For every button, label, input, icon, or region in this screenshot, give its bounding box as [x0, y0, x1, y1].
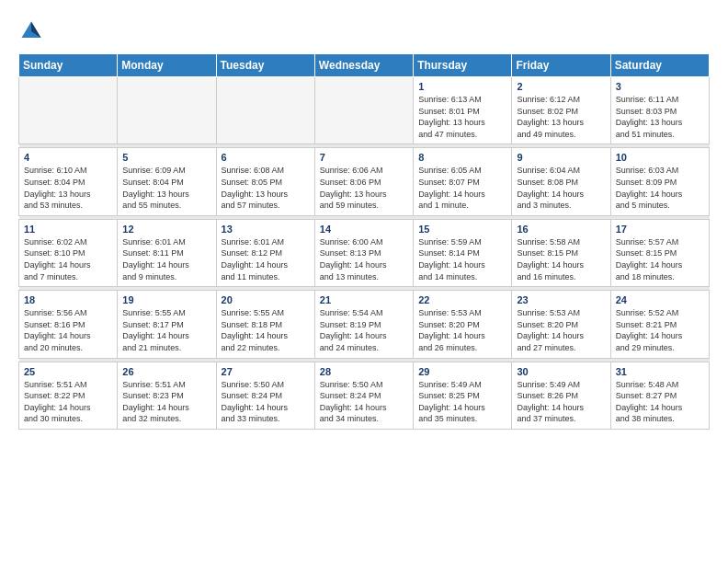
calendar-cell: 28Sunrise: 5:50 AM Sunset: 8:24 PM Dayli…	[314, 362, 413, 429]
calendar-week-row: 1Sunrise: 6:13 AM Sunset: 8:01 PM Daylig…	[19, 77, 710, 144]
day-info: Sunrise: 6:01 AM Sunset: 8:12 PM Dayligh…	[222, 236, 310, 282]
day-info: Sunrise: 6:01 AM Sunset: 8:11 PM Dayligh…	[122, 236, 210, 282]
day-info: Sunrise: 6:09 AM Sunset: 8:04 PM Dayligh…	[122, 165, 210, 211]
weekday-header: Thursday	[414, 54, 512, 77]
day-info: Sunrise: 5:49 AM Sunset: 8:26 PM Dayligh…	[517, 379, 605, 425]
weekday-header: Wednesday	[314, 54, 413, 77]
day-info: Sunrise: 5:49 AM Sunset: 8:25 PM Dayligh…	[418, 379, 506, 425]
calendar-cell: 19Sunrise: 5:55 AM Sunset: 8:17 PM Dayli…	[118, 291, 216, 358]
day-info: Sunrise: 6:06 AM Sunset: 8:06 PM Dayligh…	[320, 165, 408, 211]
calendar-cell: 8Sunrise: 6:05 AM Sunset: 8:07 PM Daylig…	[414, 148, 512, 215]
day-info: Sunrise: 5:50 AM Sunset: 8:24 PM Dayligh…	[320, 379, 408, 425]
day-info: Sunrise: 5:50 AM Sunset: 8:24 PM Dayligh…	[222, 379, 310, 425]
calendar-week-row: 18Sunrise: 5:56 AM Sunset: 8:16 PM Dayli…	[19, 291, 710, 358]
day-info: Sunrise: 5:59 AM Sunset: 8:14 PM Dayligh…	[418, 236, 506, 282]
day-number: 19	[122, 294, 210, 305]
day-info: Sunrise: 6:00 AM Sunset: 8:13 PM Dayligh…	[320, 236, 408, 282]
day-number: 25	[24, 366, 112, 377]
calendar-cell: 22Sunrise: 5:53 AM Sunset: 8:20 PM Dayli…	[414, 291, 512, 358]
calendar-cell: 31Sunrise: 5:48 AM Sunset: 8:27 PM Dayli…	[610, 362, 709, 429]
day-info: Sunrise: 5:58 AM Sunset: 8:15 PM Dayligh…	[517, 236, 605, 282]
day-number: 26	[122, 366, 210, 377]
calendar-week-row: 25Sunrise: 5:51 AM Sunset: 8:22 PM Dayli…	[19, 362, 710, 429]
header	[18, 18, 710, 44]
day-info: Sunrise: 5:53 AM Sunset: 8:20 PM Dayligh…	[517, 307, 605, 353]
calendar-cell: 18Sunrise: 5:56 AM Sunset: 8:16 PM Dayli…	[19, 291, 118, 358]
day-number: 24	[616, 294, 704, 305]
calendar-cell	[19, 77, 118, 144]
day-number: 15	[418, 224, 506, 235]
weekday-header: Saturday	[610, 54, 709, 77]
calendar-cell: 20Sunrise: 5:55 AM Sunset: 8:18 PM Dayli…	[216, 291, 314, 358]
day-number: 27	[222, 366, 310, 377]
calendar-cell	[118, 77, 216, 144]
day-info: Sunrise: 6:03 AM Sunset: 8:09 PM Dayligh…	[616, 165, 704, 211]
day-number: 29	[418, 366, 506, 377]
day-info: Sunrise: 6:11 AM Sunset: 8:03 PM Dayligh…	[616, 94, 704, 140]
calendar-cell: 10Sunrise: 6:03 AM Sunset: 8:09 PM Dayli…	[610, 148, 709, 215]
day-number: 18	[24, 294, 112, 305]
calendar: SundayMondayTuesdayWednesdayThursdayFrid…	[18, 53, 710, 430]
day-number: 13	[222, 224, 310, 235]
day-number: 22	[418, 294, 506, 305]
calendar-cell	[314, 77, 413, 144]
day-info: Sunrise: 5:55 AM Sunset: 8:18 PM Dayligh…	[222, 307, 310, 353]
day-info: Sunrise: 5:55 AM Sunset: 8:17 PM Dayligh…	[122, 307, 210, 353]
day-number: 12	[122, 224, 210, 235]
calendar-cell: 11Sunrise: 6:02 AM Sunset: 8:10 PM Dayli…	[19, 219, 118, 286]
day-number: 9	[517, 152, 605, 163]
day-number: 3	[616, 81, 704, 92]
calendar-cell: 24Sunrise: 5:52 AM Sunset: 8:21 PM Dayli…	[610, 291, 709, 358]
weekday-header: Friday	[512, 54, 610, 77]
day-number: 11	[24, 224, 112, 235]
weekday-header: Sunday	[19, 54, 118, 77]
calendar-cell: 12Sunrise: 6:01 AM Sunset: 8:11 PM Dayli…	[118, 219, 216, 286]
calendar-cell: 2Sunrise: 6:12 AM Sunset: 8:02 PM Daylig…	[512, 77, 610, 144]
day-number: 7	[320, 152, 408, 163]
day-info: Sunrise: 5:52 AM Sunset: 8:21 PM Dayligh…	[616, 307, 704, 353]
day-number: 6	[222, 152, 310, 163]
page: SundayMondayTuesdayWednesdayThursdayFrid…	[0, 0, 728, 563]
day-number: 5	[122, 152, 210, 163]
calendar-cell: 25Sunrise: 5:51 AM Sunset: 8:22 PM Dayli…	[19, 362, 118, 429]
calendar-cell: 15Sunrise: 5:59 AM Sunset: 8:14 PM Dayli…	[414, 219, 512, 286]
calendar-cell: 29Sunrise: 5:49 AM Sunset: 8:25 PM Dayli…	[414, 362, 512, 429]
day-number: 4	[24, 152, 112, 163]
calendar-cell: 5Sunrise: 6:09 AM Sunset: 8:04 PM Daylig…	[118, 148, 216, 215]
day-number: 30	[517, 366, 605, 377]
calendar-cell: 23Sunrise: 5:53 AM Sunset: 8:20 PM Dayli…	[512, 291, 610, 358]
day-number: 2	[517, 81, 605, 92]
day-info: Sunrise: 6:13 AM Sunset: 8:01 PM Dayligh…	[418, 94, 506, 140]
calendar-cell: 27Sunrise: 5:50 AM Sunset: 8:24 PM Dayli…	[216, 362, 314, 429]
calendar-cell: 3Sunrise: 6:11 AM Sunset: 8:03 PM Daylig…	[610, 77, 709, 144]
day-info: Sunrise: 5:56 AM Sunset: 8:16 PM Dayligh…	[24, 307, 112, 353]
day-number: 31	[616, 366, 704, 377]
day-info: Sunrise: 5:51 AM Sunset: 8:22 PM Dayligh…	[24, 379, 112, 425]
day-info: Sunrise: 5:48 AM Sunset: 8:27 PM Dayligh…	[616, 379, 704, 425]
day-number: 1	[418, 81, 506, 92]
calendar-cell: 17Sunrise: 5:57 AM Sunset: 8:15 PM Dayli…	[610, 219, 709, 286]
day-info: Sunrise: 6:08 AM Sunset: 8:05 PM Dayligh…	[222, 165, 310, 211]
day-info: Sunrise: 6:02 AM Sunset: 8:10 PM Dayligh…	[24, 236, 112, 282]
day-info: Sunrise: 6:10 AM Sunset: 8:04 PM Dayligh…	[24, 165, 112, 211]
logo-icon	[18, 18, 44, 44]
calendar-cell: 1Sunrise: 6:13 AM Sunset: 8:01 PM Daylig…	[414, 77, 512, 144]
calendar-cell: 9Sunrise: 6:04 AM Sunset: 8:08 PM Daylig…	[512, 148, 610, 215]
day-info: Sunrise: 6:05 AM Sunset: 8:07 PM Dayligh…	[418, 165, 506, 211]
calendar-week-row: 11Sunrise: 6:02 AM Sunset: 8:10 PM Dayli…	[19, 219, 710, 286]
calendar-cell: 21Sunrise: 5:54 AM Sunset: 8:19 PM Dayli…	[314, 291, 413, 358]
day-info: Sunrise: 5:57 AM Sunset: 8:15 PM Dayligh…	[616, 236, 704, 282]
calendar-cell: 30Sunrise: 5:49 AM Sunset: 8:26 PM Dayli…	[512, 362, 610, 429]
day-number: 23	[517, 294, 605, 305]
day-info: Sunrise: 6:04 AM Sunset: 8:08 PM Dayligh…	[517, 165, 605, 211]
day-number: 28	[320, 366, 408, 377]
weekday-header: Tuesday	[216, 54, 314, 77]
calendar-cell: 14Sunrise: 6:00 AM Sunset: 8:13 PM Dayli…	[314, 219, 413, 286]
day-info: Sunrise: 5:53 AM Sunset: 8:20 PM Dayligh…	[418, 307, 506, 353]
weekday-header: Monday	[118, 54, 216, 77]
day-info: Sunrise: 5:54 AM Sunset: 8:19 PM Dayligh…	[320, 307, 408, 353]
calendar-cell: 16Sunrise: 5:58 AM Sunset: 8:15 PM Dayli…	[512, 219, 610, 286]
calendar-cell: 26Sunrise: 5:51 AM Sunset: 8:23 PM Dayli…	[118, 362, 216, 429]
day-number: 17	[616, 224, 704, 235]
day-info: Sunrise: 6:12 AM Sunset: 8:02 PM Dayligh…	[517, 94, 605, 140]
